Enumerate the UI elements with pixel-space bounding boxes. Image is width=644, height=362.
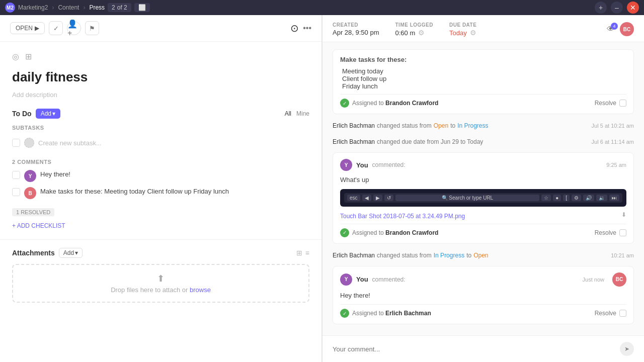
- comment-time-heythere: Just now: [583, 277, 604, 283]
- browse-link[interactable]: browse: [190, 286, 211, 294]
- list-view-btn[interactable]: ≡: [305, 249, 309, 257]
- page-total: of 2: [117, 4, 127, 11]
- meta-created: CREATED Apr 28, 9:50 pm: [333, 22, 379, 37]
- comments-section: 2 COMMENTS Y Hey there! B Make tasks for…: [12, 159, 309, 229]
- assign-btn[interactable]: 👤+: [67, 21, 81, 35]
- subtask-assign-avatar[interactable]: [24, 138, 34, 148]
- task-type-icons: ◎ ⊞: [12, 52, 309, 61]
- topbar-right-icons: + – ✕: [595, 2, 639, 14]
- add-attachment-btn[interactable]: Add ▾: [59, 248, 83, 258]
- copy-button[interactable]: ⬜: [134, 3, 150, 12]
- chevron-right-icon: ▶: [35, 25, 39, 32]
- due-date-value: Today: [449, 29, 467, 37]
- filter-mine-btn[interactable]: Mine: [296, 110, 309, 117]
- chevron-down-icon-attach: ▾: [75, 249, 78, 256]
- commented-label: commented:: [372, 161, 406, 168]
- vol-key: 🔊: [583, 195, 594, 201]
- task-content-area: ◎ ⊞ daily fitness Add description To Do …: [0, 42, 321, 239]
- assignee-link-erlich[interactable]: Erlich Bachman: [385, 310, 431, 317]
- resolve-row-you: ✓ Assigned to Brandon Crawford Resolve: [340, 224, 626, 237]
- topbar: M2 Marketing2 › Content › Press 2 of 2 ⬜…: [0, 0, 644, 15]
- meta-due-date: DUE DATE Today ⚙: [449, 22, 476, 37]
- resolve-checkbox-you[interactable]: [619, 229, 626, 236]
- bookmark-key: ☆: [541, 195, 551, 201]
- more-options-btn[interactable]: •••: [303, 24, 311, 33]
- activity-status-2: Erlich Bachman changed status from In Pr…: [333, 250, 634, 261]
- comment-block-make-tasks: Make tasks for these: Meeting today Clie…: [333, 49, 634, 114]
- comment-time-whatsup: 9:25 am: [606, 162, 626, 168]
- subtask-checkbox[interactable]: [12, 139, 20, 147]
- activity-user-1: Erlich Bachman: [333, 122, 375, 129]
- watchers-btn[interactable]: 👁 4: [607, 25, 615, 34]
- make-tasks-label: Make tasks for these:: [340, 56, 407, 63]
- task-type-icon[interactable]: ◎: [12, 52, 19, 61]
- left-panel: OPEN ▶ ✓ 👤+ ⚑ ⊙ ••• ◎ ⊞ daily fitness Ad…: [0, 15, 322, 362]
- activity-date-1: Jul 5 at 10:21 am: [592, 123, 634, 129]
- from-status-2[interactable]: In Progress: [434, 252, 464, 259]
- user-avatar: BC: [620, 22, 634, 36]
- todo-title: To Do: [12, 110, 32, 118]
- new-subtask-input[interactable]: Create new subtask...: [38, 139, 102, 147]
- comment-input[interactable]: [333, 345, 615, 353]
- comment-block-heythere: Y You commented: Just now BC Hey there! …: [333, 266, 634, 325]
- comment-checkbox-2[interactable]: [12, 188, 20, 196]
- send-btn[interactable]: ➤: [620, 342, 634, 356]
- close-button[interactable]: ✕: [627, 2, 639, 14]
- comment-checkbox-1[interactable]: [12, 171, 20, 179]
- to-status-2[interactable]: Open: [473, 252, 488, 259]
- resolve-btn-erlich[interactable]: Resolve: [595, 310, 616, 317]
- open-status-btn[interactable]: OPEN ▶: [10, 22, 45, 34]
- minimize-button[interactable]: –: [611, 2, 623, 14]
- comment-body-heythere: Hey there!: [340, 291, 626, 301]
- add-todo-btn[interactable]: Add ▾: [36, 109, 60, 119]
- filter-all-btn[interactable]: All: [285, 110, 291, 117]
- assignee-link-bc[interactable]: Brandon Crawford: [385, 100, 438, 107]
- due-date-settings-icon[interactable]: ⚙: [470, 29, 476, 37]
- from-status-1[interactable]: Open: [434, 122, 448, 129]
- attachments-section: Attachments Add ▾ ⊞ ≡ ⬆ Drop files here …: [0, 239, 321, 311]
- check-btn[interactable]: ✓: [49, 21, 63, 35]
- page-navigator: 2 of 2: [108, 3, 131, 12]
- breadcrumb-content[interactable]: Content: [58, 4, 79, 11]
- download-icon[interactable]: ⬇: [621, 211, 626, 218]
- grid-view-btn[interactable]: ⊞: [296, 249, 302, 257]
- add-button[interactable]: +: [595, 2, 607, 14]
- right-header: CREATED Apr 28, 9:50 pm TIME LOGGED 0:60…: [323, 15, 644, 42]
- resolve-btn-you[interactable]: Resolve: [595, 229, 616, 236]
- add-checklist-btn[interactable]: + ADD CHECKLIST: [12, 222, 309, 229]
- activity-feed: Make tasks for these: Meeting today Clie…: [323, 42, 644, 337]
- drop-text: Drop files here to attach or: [111, 286, 188, 294]
- drop-zone[interactable]: ⬆ Drop files here to attach or browse: [12, 264, 309, 303]
- main-layout: OPEN ▶ ✓ 👤+ ⚑ ⊙ ••• ◎ ⊞ daily fitness Ad…: [0, 15, 644, 362]
- resolve-row-erlich: ✓ Assigned to Erlich Bachman Resolve: [340, 304, 626, 318]
- flag-btn[interactable]: ⚑: [85, 21, 99, 35]
- resolve-checkbox-bc[interactable]: [619, 100, 626, 107]
- refresh-key: ↺: [384, 195, 393, 201]
- assigned-to-text-erlich: Assigned to Erlich Bachman: [352, 310, 592, 317]
- chevron-down-icon: ▾: [52, 110, 55, 117]
- add-description-btn[interactable]: Add description: [12, 91, 309, 99]
- resolved-badge[interactable]: 1 RESOLVED: [12, 204, 309, 216]
- breadcrumb-marketing[interactable]: Marketing2: [18, 4, 48, 11]
- resolve-btn-bc[interactable]: Resolve: [595, 100, 616, 107]
- time-settings-icon[interactable]: ⚙: [418, 29, 425, 37]
- breadcrumb-press[interactable]: Press: [89, 4, 105, 11]
- new-subtask-row[interactable]: Create new subtask...: [12, 135, 309, 151]
- tag-icon[interactable]: ⊞: [25, 52, 32, 61]
- to-status-1[interactable]: In Progress: [457, 122, 488, 129]
- assigned-to-text: Assigned to Brandon Crawford: [352, 100, 592, 107]
- touchbar-preview: esc ◀ ▶ ↺ 🔍 Search or type URL ☆ ● [ ⚙ 🔊…: [344, 193, 622, 203]
- github-icon[interactable]: ⊙: [290, 22, 299, 34]
- commenter-name-you2: You: [356, 276, 368, 283]
- activity-status-1: Erlich Bachman changed status from Open …: [333, 120, 634, 131]
- forward-key: ▶: [373, 195, 382, 201]
- skip-key: ⏭: [609, 195, 619, 201]
- right-panel: CREATED Apr 28, 9:50 pm TIME LOGGED 0:60…: [322, 15, 644, 362]
- comment-avatar-1: Y: [24, 170, 36, 182]
- file-link[interactable]: Touch Bar Shot 2018-07-05 at 3.24.49 PM.…: [340, 213, 465, 220]
- assignee-link-bc2[interactable]: Brandon Crawford: [385, 229, 438, 236]
- drop-zone-icon: ⬆: [21, 273, 300, 284]
- resolve-checkbox-erlich[interactable]: [619, 310, 626, 317]
- task-item-2: Client follow up: [342, 75, 626, 82]
- resolve-check-erlich: ✓: [340, 309, 349, 318]
